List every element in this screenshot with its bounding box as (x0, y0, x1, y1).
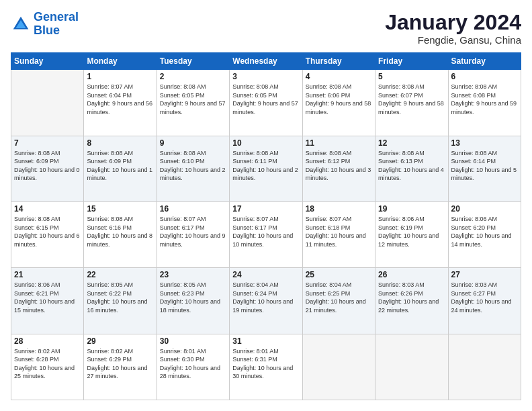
day-info: Sunrise: 8:08 AMSunset: 6:09 PMDaylight:… (14, 149, 81, 183)
cell-w1-d4: 4Sunrise: 8:08 AMSunset: 6:06 PMDaylight… (302, 70, 375, 136)
day-number: 8 (87, 138, 153, 148)
day-info: Sunrise: 8:02 AMSunset: 6:28 PMDaylight:… (14, 347, 81, 381)
day-number: 11 (306, 138, 372, 148)
day-info: Sunrise: 8:06 AMSunset: 6:20 PMDaylight:… (451, 215, 518, 248)
cell-w5-d1: 29Sunrise: 8:02 AMSunset: 6:29 PMDayligh… (84, 334, 157, 400)
main-title: January 2024 (385, 11, 521, 34)
cell-w1-d2: 2Sunrise: 8:08 AMSunset: 6:05 PMDaylight… (157, 70, 229, 136)
cell-w1-d3: 3Sunrise: 8:08 AMSunset: 6:05 PMDaylight… (230, 70, 302, 136)
cell-w3-d1: 15Sunrise: 8:08 AMSunset: 6:16 PMDayligh… (84, 201, 157, 267)
day-number: 22 (87, 270, 153, 279)
week-row-3: 14Sunrise: 8:08 AMSunset: 6:15 PMDayligh… (11, 201, 521, 267)
cell-w2-d0: 7Sunrise: 8:08 AMSunset: 6:09 PMDaylight… (11, 136, 84, 201)
day-number: 5 (378, 72, 445, 81)
cell-w2-d6: 13Sunrise: 8:08 AMSunset: 6:14 PMDayligh… (448, 136, 521, 201)
day-number: 21 (14, 270, 81, 279)
cell-w5-d5 (375, 334, 448, 400)
cell-w5-d2: 30Sunrise: 8:01 AMSunset: 6:30 PMDayligh… (157, 334, 229, 400)
cell-w3-d5: 19Sunrise: 8:06 AMSunset: 6:19 PMDayligh… (375, 201, 448, 267)
day-info: Sunrise: 8:06 AMSunset: 6:21 PMDaylight:… (14, 281, 81, 314)
calendar-table: Sunday Monday Tuesday Wednesday Thursday… (11, 52, 521, 400)
cell-w3-d4: 18Sunrise: 8:07 AMSunset: 6:18 PMDayligh… (302, 201, 375, 267)
day-info: Sunrise: 8:08 AMSunset: 6:14 PMDaylight:… (451, 149, 518, 183)
day-number: 13 (451, 138, 518, 148)
day-info: Sunrise: 8:07 AMSunset: 6:17 PMDaylight:… (160, 215, 226, 248)
cell-w4-d1: 22Sunrise: 8:05 AMSunset: 6:22 PMDayligh… (84, 268, 157, 334)
day-info: Sunrise: 8:08 AMSunset: 6:15 PMDaylight:… (14, 215, 81, 248)
col-thursday: Thursday (302, 53, 375, 70)
day-info: Sunrise: 8:08 AMSunset: 6:13 PMDaylight:… (378, 149, 445, 183)
cell-w5-d0: 28Sunrise: 8:02 AMSunset: 6:28 PMDayligh… (11, 334, 84, 400)
day-number: 25 (306, 270, 372, 279)
cell-w3-d6: 20Sunrise: 8:06 AMSunset: 6:20 PMDayligh… (448, 201, 521, 267)
day-info: Sunrise: 8:01 AMSunset: 6:31 PMDaylight:… (232, 347, 299, 381)
col-wednesday: Wednesday (230, 53, 302, 70)
cell-w5-d4 (302, 334, 375, 400)
cell-w2-d2: 9Sunrise: 8:08 AMSunset: 6:10 PMDaylight… (157, 136, 229, 201)
day-number: 9 (160, 138, 226, 148)
col-tuesday: Tuesday (157, 53, 229, 70)
day-number: 31 (232, 336, 299, 346)
cell-w3-d3: 17Sunrise: 8:07 AMSunset: 6:17 PMDayligh… (230, 201, 302, 267)
day-number: 16 (160, 204, 226, 214)
cell-w4-d5: 26Sunrise: 8:03 AMSunset: 6:26 PMDayligh… (375, 268, 448, 334)
day-info: Sunrise: 8:08 AMSunset: 6:12 PMDaylight:… (306, 149, 372, 183)
logo: General Blue (11, 11, 79, 38)
day-number: 4 (306, 72, 372, 81)
cell-w3-d2: 16Sunrise: 8:07 AMSunset: 6:17 PMDayligh… (157, 201, 229, 267)
day-info: Sunrise: 8:08 AMSunset: 6:16 PMDaylight:… (87, 215, 153, 248)
day-info: Sunrise: 8:08 AMSunset: 6:08 PMDaylight:… (451, 83, 518, 116)
day-info: Sunrise: 8:03 AMSunset: 6:26 PMDaylight:… (378, 281, 445, 314)
subtitle: Fengdie, Gansu, China (385, 34, 521, 46)
day-number: 28 (14, 336, 81, 346)
cell-w2-d5: 12Sunrise: 8:08 AMSunset: 6:13 PMDayligh… (375, 136, 448, 201)
day-info: Sunrise: 8:05 AMSunset: 6:22 PMDaylight:… (87, 281, 153, 314)
day-info: Sunrise: 8:07 AMSunset: 6:04 PMDaylight:… (87, 83, 153, 116)
cell-w1-d5: 5Sunrise: 8:08 AMSunset: 6:07 PMDaylight… (375, 70, 448, 136)
day-number: 2 (160, 72, 226, 81)
header-row: Sunday Monday Tuesday Wednesday Thursday… (11, 53, 521, 70)
day-number: 26 (378, 270, 445, 279)
day-number: 12 (378, 138, 445, 148)
day-info: Sunrise: 8:04 AMSunset: 6:24 PMDaylight:… (232, 281, 299, 314)
day-info: Sunrise: 8:08 AMSunset: 6:10 PMDaylight:… (160, 149, 226, 183)
day-number: 6 (451, 72, 518, 81)
cell-w4-d4: 25Sunrise: 8:04 AMSunset: 6:25 PMDayligh… (302, 268, 375, 334)
week-row-5: 28Sunrise: 8:02 AMSunset: 6:28 PMDayligh… (11, 334, 521, 400)
day-info: Sunrise: 8:08 AMSunset: 6:05 PMDaylight:… (160, 83, 226, 116)
logo-text: General Blue (34, 11, 79, 38)
col-friday: Friday (375, 53, 448, 70)
cell-w5-d6 (448, 334, 521, 400)
col-saturday: Saturday (448, 53, 521, 70)
day-number: 20 (451, 204, 518, 214)
day-number: 1 (87, 72, 153, 81)
header: General Blue January 2024 Fengdie, Gansu… (11, 11, 521, 46)
day-number: 24 (232, 270, 299, 279)
day-info: Sunrise: 8:07 AMSunset: 6:17 PMDaylight:… (232, 215, 299, 248)
day-number: 19 (378, 204, 445, 214)
title-block: January 2024 Fengdie, Gansu, China (385, 11, 521, 46)
cell-w2-d3: 10Sunrise: 8:08 AMSunset: 6:11 PMDayligh… (230, 136, 302, 201)
logo-icon (11, 14, 31, 34)
day-number: 17 (232, 204, 299, 214)
cell-w1-d0 (11, 70, 84, 136)
col-monday: Monday (84, 53, 157, 70)
cell-w4-d2: 23Sunrise: 8:05 AMSunset: 6:23 PMDayligh… (157, 268, 229, 334)
day-number: 30 (160, 336, 226, 346)
day-number: 15 (87, 204, 153, 214)
cell-w4-d3: 24Sunrise: 8:04 AMSunset: 6:24 PMDayligh… (230, 268, 302, 334)
cell-w2-d4: 11Sunrise: 8:08 AMSunset: 6:12 PMDayligh… (302, 136, 375, 201)
day-info: Sunrise: 8:01 AMSunset: 6:30 PMDaylight:… (160, 347, 226, 381)
cell-w4-d6: 27Sunrise: 8:03 AMSunset: 6:27 PMDayligh… (448, 268, 521, 334)
page: General Blue January 2024 Fengdie, Gansu… (0, 0, 532, 411)
day-info: Sunrise: 8:08 AMSunset: 6:11 PMDaylight:… (232, 149, 299, 183)
day-number: 29 (87, 336, 153, 346)
cell-w3-d0: 14Sunrise: 8:08 AMSunset: 6:15 PMDayligh… (11, 201, 84, 267)
day-info: Sunrise: 8:07 AMSunset: 6:18 PMDaylight:… (306, 215, 372, 248)
week-row-2: 7Sunrise: 8:08 AMSunset: 6:09 PMDaylight… (11, 136, 521, 201)
cell-w1-d1: 1Sunrise: 8:07 AMSunset: 6:04 PMDaylight… (84, 70, 157, 136)
day-number: 10 (232, 138, 299, 148)
day-number: 27 (451, 270, 518, 279)
day-info: Sunrise: 8:03 AMSunset: 6:27 PMDaylight:… (451, 281, 518, 314)
day-info: Sunrise: 8:08 AMSunset: 6:09 PMDaylight:… (87, 149, 153, 183)
